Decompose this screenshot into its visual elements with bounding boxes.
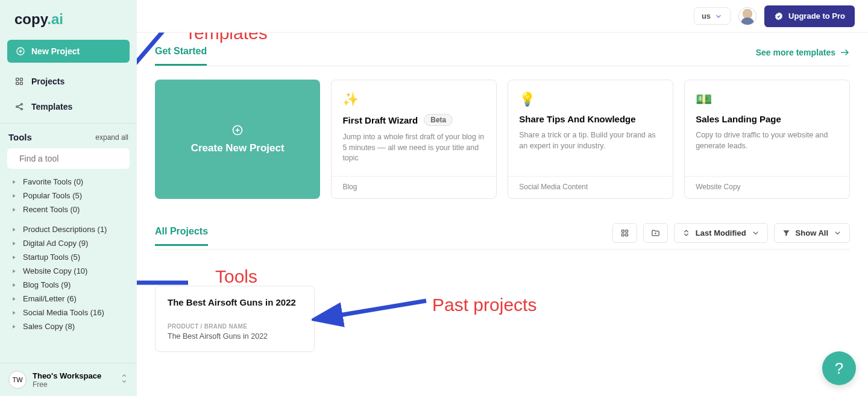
- share-nodes-icon: [14, 102, 24, 112]
- template-card[interactable]: 💡Share Tips And KnowledgeShare a trick o…: [508, 80, 673, 199]
- annotation-past-projects: Past projects: [432, 295, 536, 315]
- filter-label: Show All: [796, 228, 828, 237]
- project-card[interactable]: The Best Airsoft Guns in 2022 PRODUCT / …: [155, 286, 315, 352]
- filter-icon: [782, 228, 791, 237]
- help-button[interactable]: ?: [822, 351, 856, 385]
- tool-item[interactable]: Product Descriptions (1): [11, 222, 132, 236]
- chevron-down-icon: [833, 228, 842, 237]
- logo[interactable]: copy.ai: [0, 0, 137, 34]
- template-title: Share Tips And Knowledge: [519, 114, 662, 124]
- caret-right-icon: [11, 227, 17, 233]
- view-grid-button[interactable]: [612, 223, 637, 243]
- chevron-updown-icon[interactable]: [120, 373, 128, 386]
- caret-right-icon: [11, 268, 17, 274]
- tool-label: Website Copy (10): [23, 266, 87, 275]
- tool-list[interactable]: Favorite Tools (0)Popular Tools (5)Recen…: [0, 175, 137, 363]
- sort-button[interactable]: Last Modified: [674, 223, 768, 243]
- sort-icon: [682, 228, 691, 237]
- template-title: First Draft WizardBeta: [342, 114, 485, 126]
- tool-item[interactable]: Email/Letter (6): [11, 292, 132, 306]
- upgrade-label: Upgrade to Pro: [788, 11, 845, 20]
- svg-rect-10: [621, 230, 624, 233]
- grid-icon: [14, 77, 24, 86]
- svg-rect-2: [20, 78, 22, 81]
- workspace-avatar: TW: [8, 371, 27, 389]
- get-started-header: Get Started See more templates: [155, 46, 850, 66]
- main: us Upgrade to Pro Get Started See more t…: [137, 0, 868, 396]
- create-new-project-card[interactable]: Create New Project: [155, 80, 320, 199]
- svg-rect-3: [16, 82, 19, 84]
- tool-item[interactable]: Sales Copy (8): [11, 319, 132, 333]
- template-cards: Create New Project ✨First Draft WizardBe…: [155, 80, 850, 199]
- badge-check-icon: [774, 11, 784, 21]
- project-controls: Last Modified Show All: [612, 223, 850, 249]
- help-icon: ?: [835, 359, 843, 378]
- template-icon: 💵: [696, 90, 838, 109]
- tool-search-input[interactable]: [19, 154, 125, 163]
- plus-circle-icon: [231, 124, 244, 136]
- filter-button[interactable]: Show All: [774, 223, 850, 243]
- grid-icon: [620, 228, 629, 237]
- tools-header: Tools expand all: [0, 123, 137, 148]
- svg-line-16: [318, 301, 426, 319]
- see-more-label: See more templates: [756, 48, 835, 57]
- tool-search[interactable]: [7, 148, 130, 169]
- user-avatar[interactable]: [739, 8, 756, 25]
- project-title: The Best Airsoft Guns in 2022: [168, 297, 302, 307]
- tool-item[interactable]: Popular Tools (5): [11, 189, 132, 203]
- chevron-down-icon: [714, 12, 723, 20]
- see-more-templates-link[interactable]: See more templates: [756, 47, 850, 65]
- svg-rect-13: [626, 234, 628, 236]
- tool-item[interactable]: Favorite Tools (0): [11, 175, 132, 189]
- create-project-label: Create New Project: [191, 142, 285, 154]
- upgrade-button[interactable]: Upgrade to Pro: [764, 5, 855, 27]
- folder-plus-icon: [651, 228, 660, 237]
- template-icon: ✨: [342, 90, 485, 109]
- nav-templates[interactable]: Templates: [0, 94, 137, 119]
- tool-item[interactable]: Digital Ad Copy (9): [11, 236, 132, 250]
- template-description: Copy to drive traffic to your website an…: [696, 130, 838, 151]
- tool-label: Recent Tools (0): [23, 205, 80, 214]
- template-card[interactable]: ✨First Draft WizardBetaJump into a whole…: [331, 80, 497, 199]
- template-card[interactable]: 💵Sales Landing PageCopy to drive traffic…: [684, 80, 850, 199]
- tool-item[interactable]: Startup Tools (5): [11, 250, 132, 264]
- arrow-right-icon: [839, 47, 850, 58]
- tab-get-started[interactable]: Get Started: [155, 46, 207, 66]
- tool-item[interactable]: Website Copy (10): [11, 264, 132, 278]
- nav-projects-label: Projects: [31, 77, 64, 86]
- caret-right-icon: [11, 179, 17, 185]
- template-category: Blog: [332, 176, 496, 191]
- caret-right-icon: [11, 324, 17, 330]
- tool-item[interactable]: Blog Tools (9): [11, 278, 132, 292]
- tool-item[interactable]: Recent Tools (0): [11, 203, 132, 216]
- svg-point-7: [21, 108, 23, 110]
- svg-rect-12: [621, 234, 624, 236]
- annotation-arrow: [312, 292, 432, 328]
- chevron-down-icon: [751, 228, 760, 237]
- tab-all-projects[interactable]: All Projects: [155, 226, 208, 246]
- template-category: Social Media Content: [508, 176, 673, 191]
- expand-all-link[interactable]: expand all: [95, 133, 128, 142]
- template-description: Share a trick or a tip. Build your brand…: [519, 130, 662, 151]
- tool-label: Email/Letter (6): [23, 294, 77, 303]
- content: Get Started See more templates Create Ne…: [137, 33, 868, 396]
- logo-text-2: .ai: [47, 11, 63, 27]
- tool-label: Favorite Tools (0): [23, 177, 83, 186]
- nav-projects[interactable]: Projects: [0, 69, 137, 94]
- tool-item[interactable]: Social Media Tools (16): [11, 306, 132, 319]
- tool-label: Digital Ad Copy (9): [23, 239, 88, 248]
- new-project-label: New Project: [31, 46, 80, 56]
- sort-label: Last Modified: [696, 228, 746, 237]
- template-icon: 💡: [519, 90, 662, 109]
- workspace-name: Theo's Workspace: [33, 371, 101, 380]
- new-project-button[interactable]: New Project: [7, 40, 130, 63]
- new-folder-button[interactable]: [643, 223, 668, 243]
- svg-rect-11: [626, 230, 628, 233]
- locale-selector[interactable]: us: [694, 7, 731, 25]
- caret-right-icon: [11, 296, 17, 302]
- logo-text-1: copy: [14, 11, 47, 27]
- workspace-switcher[interactable]: TW Theo's Workspace Free: [0, 363, 137, 396]
- annotation-templates: Templates: [185, 33, 268, 43]
- sidebar: copy.ai New Project Projects Templates T…: [0, 0, 137, 396]
- template-title: Sales Landing Page: [696, 114, 838, 124]
